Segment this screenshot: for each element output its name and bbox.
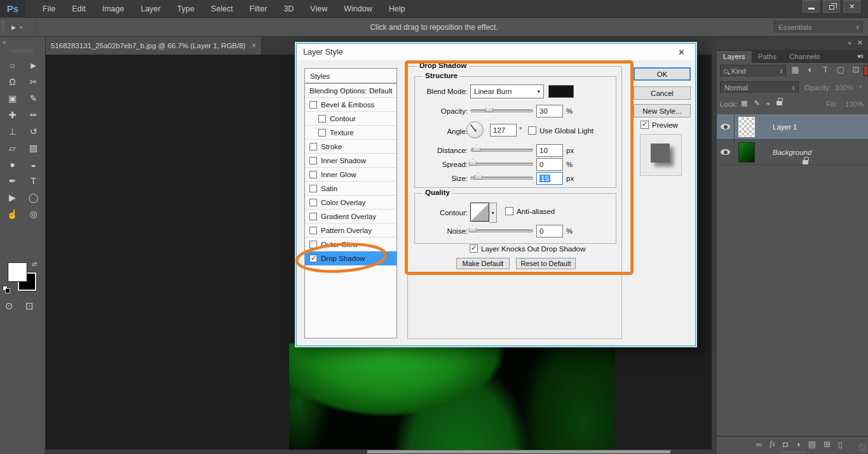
contour-dropdown-arrow[interactable]: ▾ — [489, 203, 497, 223]
menu-layer[interactable]: Layer — [132, 0, 168, 18]
style-item-color-overlay[interactable]: Color Overlay — [305, 196, 397, 210]
style-checkbox[interactable] — [309, 199, 317, 206]
history-brush-tool[interactable]: ↺ — [23, 123, 44, 140]
blend-mode-dropdown[interactable]: Linear Burn ▾ — [470, 84, 544, 98]
dodge-tool[interactable]: ◒ — [23, 156, 44, 173]
new-style-button[interactable]: New Style... — [634, 104, 691, 117]
default-swatches-icon[interactable] — [3, 286, 11, 294]
style-checkbox[interactable] — [309, 227, 317, 234]
anti-aliased-checkbox[interactable] — [505, 207, 513, 215]
layer-row-layer-1[interactable]: Layer 1 — [717, 114, 868, 140]
minimize-button[interactable] — [803, 0, 820, 13]
visibility-cell[interactable] — [717, 114, 735, 140]
spread-field[interactable]: 0 — [536, 158, 563, 171]
distance-field[interactable]: 10 — [536, 144, 563, 157]
style-item-gradient-overlay[interactable]: Gradient Overlay — [305, 210, 397, 224]
layer-thumbnail[interactable] — [738, 117, 755, 137]
filter-shape-layers-icon[interactable]: ▢ — [836, 65, 845, 74]
slider-thumb[interactable] — [468, 159, 477, 166]
hand-tool[interactable]: ☝ — [2, 206, 23, 222]
options-bar-grip[interactable] — [1, 21, 4, 34]
preview-checkbox[interactable] — [641, 121, 649, 129]
filter-type-layers-icon[interactable]: T — [821, 65, 831, 74]
adjustment-layer-icon[interactable]: ◑ — [796, 439, 801, 449]
pen-tool[interactable]: ✒ — [2, 173, 23, 189]
lock-pixels-icon[interactable]: ✎ — [754, 99, 759, 107]
distance-slider[interactable] — [470, 149, 533, 152]
visibility-cell[interactable] — [717, 140, 735, 165]
style-item-texture[interactable]: Texture — [305, 126, 397, 140]
style-checkbox[interactable] — [309, 101, 317, 109]
kind-select[interactable]: Kind ▴▾ — [720, 65, 786, 77]
spot-healing-brush-tool[interactable]: ✚ — [2, 107, 23, 123]
layer-row-background[interactable]: Background — [717, 140, 868, 165]
contour-thumbnail[interactable] — [470, 203, 489, 222]
style-item-inner-glow[interactable]: Inner Glow — [305, 168, 397, 182]
delete-layer-icon[interactable]: ▯ — [838, 439, 843, 449]
eraser-tool[interactable]: ▱ — [2, 140, 23, 156]
type-tool[interactable]: T — [23, 173, 44, 189]
menu-type[interactable]: Type — [169, 0, 203, 18]
style-item-contour[interactable]: Contour — [305, 112, 397, 126]
style-item-blending-options-default[interactable]: Blending Options: Default — [305, 84, 397, 98]
style-checkbox[interactable] — [309, 213, 317, 220]
menu-select[interactable]: Select — [203, 0, 241, 18]
crop-tool[interactable]: ▣ — [2, 90, 23, 107]
zoom-tool[interactable]: ◎ — [23, 206, 44, 222]
gradient-tool[interactable]: ▧ — [23, 140, 44, 156]
document-tab[interactable]: 5168283131_25a02b7eb7_b.jpg @ 66.7% (Lay… — [46, 37, 262, 55]
opacity-field[interactable]: 30 — [536, 105, 563, 117]
brush-tool[interactable]: ✏ — [23, 107, 44, 123]
horizontal-scrollbar[interactable] — [46, 450, 712, 454]
ellipse-tool[interactable]: ◯ — [23, 189, 44, 206]
opacity-slider[interactable] — [470, 109, 533, 112]
style-checkbox[interactable] — [318, 129, 326, 137]
style-item-drop-shadow[interactable]: Drop Shadow — [305, 251, 397, 265]
slider-thumb[interactable] — [472, 145, 480, 152]
workspace-select[interactable]: Essentials ▴▾ — [774, 21, 863, 34]
eye-icon[interactable] — [721, 124, 730, 130]
shadow-color-swatch[interactable] — [548, 85, 574, 98]
new-group-icon[interactable]: ▤ — [808, 439, 816, 449]
document-image[interactable] — [289, 344, 615, 450]
elliptical-marquee-tool[interactable]: ○ — [2, 57, 23, 74]
layer-knocks-out-checkbox[interactable] — [470, 244, 478, 253]
layer-effects-icon[interactable]: fx — [770, 439, 775, 449]
style-item-pattern-overlay[interactable]: Pattern Overlay — [305, 224, 397, 237]
swap-swatches-icon[interactable]: ⇄ — [32, 260, 37, 267]
path-selection-tool[interactable]: ▶ — [2, 189, 23, 206]
clone-stamp-tool[interactable]: ⊥ — [2, 123, 23, 140]
use-global-light-checkbox[interactable] — [528, 126, 536, 135]
new-layer-icon[interactable]: ⊞ — [824, 439, 831, 449]
style-checkbox[interactable] — [309, 171, 317, 178]
toolbar-collapse-icon[interactable]: « — [3, 39, 6, 46]
close-button[interactable]: ✕ — [843, 0, 860, 13]
tab-channels[interactable]: Channels — [783, 51, 827, 63]
style-item-stroke[interactable]: Stroke — [305, 140, 397, 154]
size-slider[interactable] — [470, 177, 533, 180]
panel-menu-icon[interactable]: ▾≡ — [857, 51, 868, 63]
resize-grip[interactable] — [858, 443, 867, 451]
noise-slider[interactable] — [470, 229, 533, 232]
style-item-outer-glow[interactable]: Outer Glow — [305, 237, 397, 251]
foreground-color-swatch[interactable] — [8, 263, 27, 281]
reset-to-default-button[interactable]: Reset to Default — [516, 258, 576, 269]
lock-position-icon[interactable]: + — [766, 100, 770, 107]
layer-thumbnail[interactable] — [738, 142, 755, 163]
menu-3d[interactable]: 3D — [275, 0, 302, 18]
tab-paths[interactable]: Paths — [752, 51, 783, 63]
ok-button[interactable]: OK — [634, 67, 691, 81]
restore-button[interactable] — [823, 0, 840, 13]
menu-file[interactable]: File — [34, 0, 64, 18]
lock-all-icon[interactable] — [776, 101, 782, 105]
filter-smart-objects-icon[interactable]: ⊡ — [851, 65, 860, 74]
menu-filter[interactable]: Filter — [241, 0, 276, 18]
menu-help[interactable]: Help — [381, 0, 414, 18]
style-checkbox[interactable] — [309, 157, 317, 164]
scrollbar-thumb[interactable] — [367, 450, 670, 453]
style-checkbox[interactable] — [309, 185, 317, 192]
quick-selection-tool[interactable]: ✂ — [23, 74, 44, 90]
spread-slider[interactable] — [470, 163, 533, 166]
screen-mode-icon[interactable]: ⊡ — [25, 300, 34, 312]
cancel-button[interactable]: Cancel — [634, 86, 691, 100]
